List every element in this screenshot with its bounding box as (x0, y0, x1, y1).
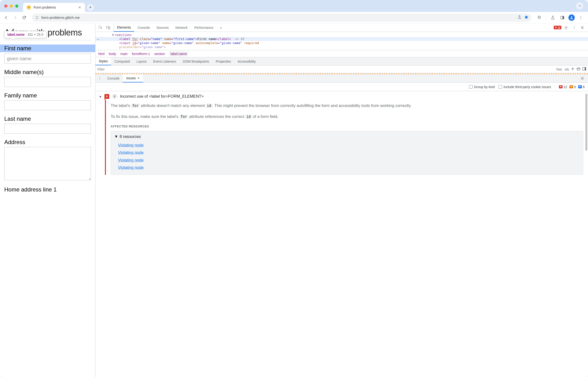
violating-node-link[interactable]: Violating node (114, 142, 580, 148)
violating-node-link[interactable]: Violating node (114, 150, 580, 156)
styles-tab-computed[interactable]: Computed (111, 57, 133, 65)
error-issues-count[interactable]: ⚑12 (559, 85, 567, 89)
more-icon[interactable] (571, 24, 577, 31)
bookmark-icon[interactable] (524, 15, 529, 20)
tab-network[interactable]: Network (172, 23, 191, 32)
first-name-input[interactable] (4, 54, 91, 64)
svg-rect-3 (37, 18, 38, 19)
forward-button[interactable] (11, 14, 19, 22)
violating-node-link[interactable]: Violating node (114, 165, 580, 171)
close-window-button[interactable] (4, 4, 7, 8)
extensions-icon[interactable] (535, 14, 543, 22)
scrollbar[interactable] (585, 94, 587, 151)
middle-name-input[interactable] (4, 77, 91, 87)
issue-details: The label's for attribute doesn't match … (105, 100, 588, 175)
tab-performance[interactable]: Performance (191, 23, 216, 32)
resources-header[interactable]: ▼ 8 resources (114, 134, 580, 140)
reload-button[interactable] (21, 14, 28, 22)
inspect-icon[interactable] (97, 24, 104, 31)
issues-body[interactable]: ▼ ✕ 8 Incorrect use of <label for=FORM_E… (95, 91, 588, 377)
browser-tab[interactable]: 😬 Form problems (23, 3, 85, 12)
back-button[interactable] (2, 14, 10, 22)
share-icon[interactable] (517, 15, 522, 20)
computed-styles-icon[interactable] (577, 67, 580, 71)
elements-tree[interactable]: ⋯ ▼<section> <label for class="name" nam… (95, 32, 588, 50)
bc-main[interactable]: main (120, 52, 127, 56)
address-textarea[interactable] (4, 147, 91, 180)
svg-rect-12 (109, 27, 110, 29)
styles-tab-dom-bp[interactable]: DOM Breakpoints (180, 57, 212, 65)
new-tab-button[interactable]: + (87, 4, 94, 11)
warning-issues-count[interactable]: ⚑0 (569, 85, 576, 89)
hov-toggle[interactable]: :hov (556, 67, 562, 71)
bc-section[interactable]: section (154, 52, 165, 56)
drawer-tab-close-icon[interactable]: ✕ (137, 76, 140, 80)
svg-rect-5 (563, 16, 564, 19)
drawer-close-icon[interactable] (579, 75, 586, 82)
bc-body[interactable]: body (109, 52, 116, 56)
family-name-input[interactable] (4, 100, 91, 110)
bc-html[interactable]: html (98, 52, 104, 56)
devtools-panel: Elements Console Sources Network Perform… (95, 23, 588, 377)
styles-tab-properties[interactable]: Properties (213, 57, 234, 65)
panel-icon[interactable] (558, 14, 566, 22)
dom-node-label[interactable]: <label for class="name" name="first-name… (95, 37, 588, 41)
tab-sources[interactable]: Sources (153, 23, 172, 32)
new-style-icon[interactable] (571, 67, 575, 71)
profile-button[interactable] (568, 14, 575, 21)
expand-icon[interactable]: ▼ (99, 95, 102, 99)
styles-tab-listeners[interactable]: Event Listeners (150, 57, 180, 65)
window-controls (3, 0, 23, 12)
browser-window: 😬 Form problems + form-problems.glitch.m… (0, 0, 588, 377)
dom-node-section[interactable]: ▼<section> (95, 33, 588, 37)
svg-point-20 (100, 77, 100, 77)
styles-tab-layout[interactable]: Layout (133, 57, 150, 65)
minimize-window-button[interactable] (10, 4, 13, 8)
group-by-kind-checkbox[interactable]: Group by kind (469, 85, 495, 89)
dom-node-input[interactable]: <input id="given-name" name="given-name"… (95, 41, 588, 45)
bc-form[interactable]: form#form-1 (132, 52, 150, 56)
first-name-label: First name (0, 45, 95, 52)
tab-console[interactable]: Console (134, 23, 153, 32)
bc-label[interactable]: label.name (169, 51, 189, 57)
drawer-tab-issues[interactable]: Issues ✕ (123, 74, 143, 82)
info-issues-count[interactable]: ⚑6 (578, 85, 585, 89)
svg-point-16 (574, 28, 575, 29)
site-settings-icon[interactable] (35, 15, 39, 20)
third-party-checkbox[interactable]: Include third-party cookie issues (498, 85, 551, 89)
violating-node-link[interactable]: Violating node (114, 157, 580, 163)
close-devtools-icon[interactable] (579, 24, 586, 31)
gutter-menu-icon[interactable]: ⋯ (97, 37, 100, 42)
expand-icon[interactable]: ▼ (114, 134, 118, 140)
last-name-input[interactable] (4, 124, 91, 134)
styles-tab-a11y[interactable]: Accessibility (234, 57, 259, 65)
svg-rect-19 (585, 67, 586, 70)
labs-icon[interactable] (549, 14, 557, 22)
error-count-badge[interactable]: ✕12 (554, 26, 561, 29)
issue-row[interactable]: ▼ ✕ 8 Incorrect use of <label for=FORM_E… (95, 93, 588, 100)
issue-counts: ⚑12 ⚑0 ⚑6 (559, 85, 585, 89)
browser-toolbar: form-problems.glitch.me (0, 12, 588, 23)
svg-point-7 (581, 16, 581, 17)
tab-close-button[interactable] (78, 5, 82, 9)
tab-overflow-button[interactable] (576, 2, 583, 10)
menu-button[interactable] (577, 14, 585, 22)
device-toggle-icon[interactable] (105, 24, 112, 31)
styles-filter-input[interactable] (97, 67, 556, 71)
settings-icon[interactable] (563, 24, 569, 31)
tab-more[interactable]: » (217, 23, 225, 32)
dom-node-input-wrap[interactable]: placeholder="given name"> (95, 45, 588, 49)
styles-tab-styles[interactable]: Styles (95, 57, 111, 65)
cls-toggle[interactable]: .cls (564, 67, 569, 71)
tab-elements[interactable]: Elements (114, 23, 134, 32)
address-bar[interactable]: form-problems.glitch.me (32, 13, 531, 22)
drawer-menu-icon[interactable] (95, 74, 104, 82)
drawer-tab-console[interactable]: Console (104, 74, 123, 82)
page-divider (4, 40, 91, 40)
resources-box: ▼ 8 resources Violating node Violating n… (111, 131, 583, 175)
issues-toolbar: Group by kind Include third-party cookie… (95, 83, 588, 91)
maximize-window-button[interactable] (15, 4, 18, 8)
svg-point-22 (100, 79, 100, 80)
toggle-sidebar-icon[interactable] (582, 67, 586, 71)
issue-occurrence-count: 8 (112, 94, 118, 99)
